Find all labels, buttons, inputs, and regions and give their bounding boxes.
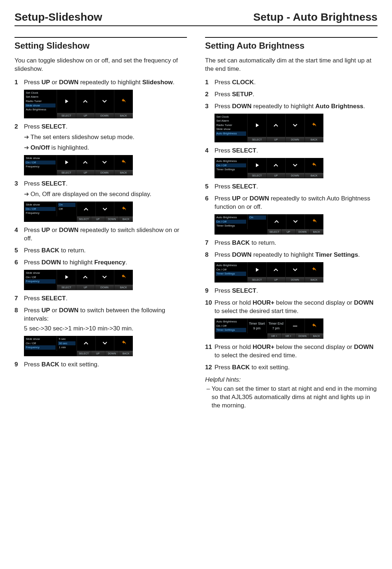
device-second-display: 5 sec30 sec1 min bbox=[57, 336, 77, 351]
menu-item: Radio Tuner bbox=[216, 123, 246, 127]
device-button: UP bbox=[76, 285, 95, 290]
menu-item: Auto Brightness bbox=[216, 320, 246, 324]
device-button: BACK bbox=[119, 351, 133, 356]
right-step-2: 2 Press SETUP. bbox=[205, 90, 377, 99]
play-icon bbox=[57, 270, 76, 285]
device-menu: Slide showOn / OffFrequency bbox=[24, 270, 57, 285]
back-icon bbox=[305, 318, 324, 333]
device-button: DOWN bbox=[95, 113, 114, 118]
down-icon bbox=[95, 270, 114, 285]
back-icon bbox=[114, 155, 133, 170]
back-icon bbox=[114, 270, 133, 285]
play-icon bbox=[247, 262, 266, 277]
display-item: 30 sec bbox=[58, 341, 75, 346]
device-menu: Set ClockSet AlarmRadio TunerSlide showA… bbox=[215, 114, 247, 137]
menu-item: On / Off bbox=[25, 341, 56, 346]
header-left: Setup-Slideshow bbox=[15, 11, 102, 23]
right-step-3: 3 Press DOWN repeatedly to highlight Aut… bbox=[205, 102, 377, 142]
device-screenshot: Slide showOn / OffFrequencySELECTUPDOWNB… bbox=[24, 270, 133, 290]
device-button: SELECT bbox=[57, 113, 76, 118]
up-icon bbox=[267, 214, 286, 229]
menu-item: Auto Brightness bbox=[216, 131, 246, 136]
down-icon bbox=[95, 202, 114, 216]
device-button: BACK bbox=[305, 277, 324, 283]
timer-start-display: Timer Start9 pm bbox=[247, 318, 266, 333]
header-right: Setup - Auto Brightness bbox=[253, 11, 377, 23]
device-menu: Set ClockSet AlarmRadio TunerSlide showA… bbox=[24, 90, 57, 113]
down-icon bbox=[95, 90, 114, 113]
device-menu: Auto BrightnessOn / OffTimer Settings bbox=[215, 318, 247, 333]
device-button: DOWN bbox=[285, 137, 305, 142]
right-step-4: 4 Press SELECT. Auto BrightnessOn / OffT… bbox=[205, 147, 377, 178]
menu-item: Slide show bbox=[25, 156, 56, 160]
device-screenshot: Auto BrightnessOn / OffTimer SettingsOnS… bbox=[215, 214, 323, 235]
up-icon bbox=[266, 114, 286, 137]
device-screenshot: Auto BrightnessOn / OffTimer SettingsSEL… bbox=[215, 158, 323, 178]
device-button: SELECT bbox=[77, 351, 91, 356]
menu-item: Auto Brightness bbox=[216, 215, 246, 220]
device-button: HR + bbox=[281, 333, 295, 339]
up-icon bbox=[77, 336, 95, 351]
device-menu: Slide showOn / OffFrequency bbox=[24, 336, 57, 351]
device-button: BACK bbox=[114, 285, 133, 290]
display-item: 5 sec bbox=[58, 337, 75, 341]
device-button: SELECT bbox=[247, 277, 266, 283]
menu-item: Auto Brightness bbox=[216, 263, 246, 268]
device-button: SELECT bbox=[247, 173, 266, 178]
menu-item: Slide show bbox=[216, 127, 246, 131]
hint-item: – You can set the timer to start at nigh… bbox=[205, 385, 377, 410]
left-column: Setting Slideshow You can toggle slidesh… bbox=[15, 37, 187, 410]
up-icon bbox=[77, 202, 95, 216]
left-step-3: 3 Press SELECT. ➜On, Off are displayed o… bbox=[15, 180, 187, 222]
menu-item: Radio Tuner bbox=[25, 99, 56, 103]
menu-item: Timer Settings bbox=[216, 328, 246, 332]
display-item: 1 min bbox=[58, 345, 75, 350]
device-button: UP bbox=[266, 277, 286, 283]
menu-item: On / Off bbox=[216, 324, 246, 328]
menu-item: On / Off bbox=[25, 207, 56, 211]
device-button: UP bbox=[76, 170, 95, 175]
right-step-11: 11 Press or hold HOUR+ below the second … bbox=[205, 343, 377, 360]
device-screenshot: Slide showOn / OffFrequency5 sec30 sec1 … bbox=[24, 336, 133, 356]
menu-item: Timer Settings bbox=[216, 272, 246, 276]
device-button: BACK bbox=[114, 113, 133, 118]
menu-item: Frequency bbox=[25, 279, 56, 284]
device-button: UP bbox=[266, 137, 286, 142]
back-icon bbox=[305, 114, 324, 137]
menu-item: Auto Brightness bbox=[216, 159, 246, 163]
menu-item: Set Alarm bbox=[25, 95, 56, 99]
device-button: DOWN bbox=[295, 229, 310, 235]
left-step-6: 6 Press DOWN to highlight Frequency. Sli… bbox=[15, 259, 187, 290]
menu-item: Slide show bbox=[25, 337, 56, 341]
back-icon bbox=[114, 90, 133, 113]
back-icon bbox=[305, 158, 324, 173]
device-button: BACK bbox=[305, 173, 324, 178]
device-screenshot: Auto BrightnessOn / OffTimer SettingsSEL… bbox=[215, 262, 323, 283]
device-button: UP bbox=[91, 351, 105, 356]
device-menu: Slide showOn / OffFrequency bbox=[24, 155, 57, 170]
minus-icon bbox=[285, 318, 305, 333]
device-second-display: On bbox=[247, 214, 267, 229]
menu-item: Frequency bbox=[25, 164, 56, 169]
device-button: UP bbox=[281, 229, 295, 235]
right-step-5: 5 Press SELECT. bbox=[205, 183, 377, 191]
right-column: Setting Auto Brightness The set can auto… bbox=[205, 37, 377, 410]
device-second-display: OnOff bbox=[57, 202, 77, 216]
menu-item: Frequency bbox=[25, 345, 56, 350]
left-step-2: 2 Press SELECT. ➜The set enters slidesho… bbox=[15, 123, 187, 175]
back-icon bbox=[114, 202, 133, 216]
right-step-12: 12 Press BACK to exit setting. bbox=[205, 363, 377, 372]
play-icon bbox=[57, 90, 76, 113]
hints-title: Helpful hints: bbox=[205, 376, 377, 383]
play-icon bbox=[247, 158, 266, 173]
menu-item: Auto Brightness bbox=[25, 107, 56, 112]
right-step-9: 9 Press SELECT. bbox=[205, 287, 377, 295]
device-menu: Auto BrightnessOn / OffTimer Settings bbox=[215, 262, 247, 277]
left-step-1: 1 Press UP or DOWN repeatedly to highlig… bbox=[15, 78, 187, 118]
up-icon bbox=[76, 90, 95, 113]
down-icon bbox=[95, 336, 114, 351]
up-icon bbox=[266, 158, 286, 173]
device-button: DOWN bbox=[105, 216, 119, 222]
device-button: BACK bbox=[309, 229, 323, 235]
down-icon bbox=[285, 262, 305, 277]
